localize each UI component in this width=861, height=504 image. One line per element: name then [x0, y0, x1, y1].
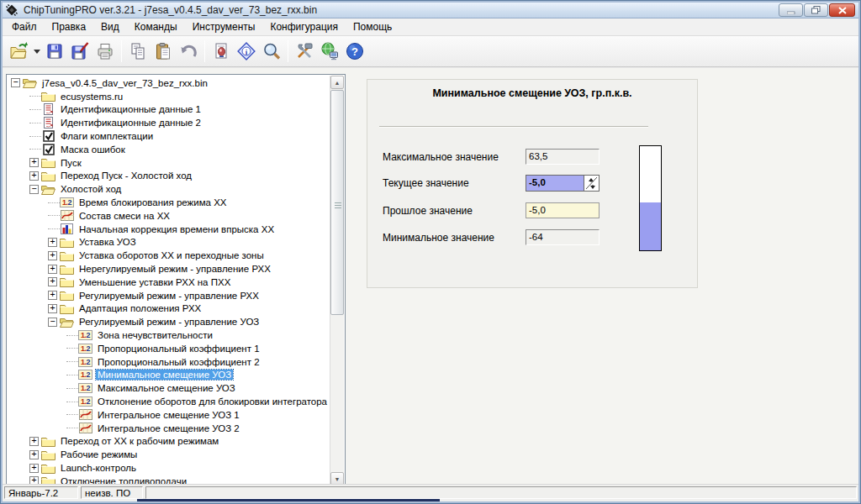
menu-item-5[interactable]: Конфигурация — [262, 19, 346, 34]
menu-item-1[interactable]: Правка — [45, 19, 94, 34]
tree-item-label[interactable]: Идентификационные данные 2 — [59, 118, 203, 128]
tree-item[interactable]: ecusystems.ru — [8, 90, 330, 103]
tree-item[interactable]: −Регулируемый режим - управление УОЗ — [8, 315, 330, 328]
open-dropdown-button[interactable] — [31, 39, 42, 64]
tree-item[interactable]: +Пуск — [8, 156, 330, 170]
expand-icon[interactable]: + — [29, 464, 39, 473]
tree-item[interactable]: 1.2Зона нечувствительности — [8, 328, 330, 342]
current-value-input[interactable]: -5,0 — [526, 176, 584, 191]
collapse-icon[interactable]: − — [48, 318, 57, 327]
tree-item-label[interactable]: Начальная коррекция времени впрыска ХХ — [77, 224, 276, 234]
tree-item-label[interactable]: j7esa_v0.4.5_dav_ver_73_bez_rxx.bin — [40, 78, 209, 88]
copy-button[interactable] — [125, 39, 151, 64]
expand-icon[interactable]: + — [48, 304, 57, 313]
tree-item-label[interactable]: Максимальное смещение УОЗ — [96, 383, 237, 393]
tree-item-label[interactable]: Пуск — [59, 158, 83, 168]
tree-item-label[interactable]: Регулируемый режим - управление РХХ — [77, 291, 261, 301]
tree-item-label[interactable]: Уставка оборотов ХХ и переходные зоны — [77, 250, 266, 260]
menu-item-4[interactable]: Инструменты — [185, 19, 263, 34]
tree-item[interactable]: +Переход от ХХ к рабочим режимам — [8, 435, 330, 449]
close-button[interactable] — [829, 3, 855, 17]
restore-button[interactable] — [804, 3, 828, 17]
menu-item-0[interactable]: Файл — [4, 19, 45, 34]
minimize-button[interactable] — [779, 3, 803, 17]
search-button[interactable] — [259, 39, 284, 64]
expand-icon[interactable]: + — [29, 437, 39, 446]
tree-item[interactable]: +Уставка оборотов ХХ и переходные зоны — [8, 249, 330, 262]
tree-item-label[interactable]: Переход от ХХ к рабочим режимам — [59, 436, 220, 446]
info-button[interactable]: i — [234, 39, 259, 64]
collapse-icon[interactable]: − — [11, 78, 20, 87]
tree-item[interactable]: +Уменьшение уставки РХХ на ПХХ — [8, 276, 330, 289]
tree-item[interactable]: Флаги комплектации — [8, 129, 330, 143]
tree-item[interactable]: +Рабочие режимы — [8, 448, 330, 461]
expand-icon[interactable]: + — [29, 171, 39, 181]
undo-button[interactable] — [176, 39, 201, 64]
tree-item-label[interactable]: Маска ошибок — [59, 144, 127, 155]
tree-item[interactable]: −j7esa_v0.4.5_dav_ver_73_bez_rxx.bin — [8, 76, 330, 90]
scroll-up-icon[interactable]: ▲ — [330, 76, 344, 89]
tree-item[interactable]: +Адаптация положения РХХ — [8, 302, 330, 316]
save-as-button[interactable] — [67, 39, 92, 64]
tree-item-label[interactable]: Уменьшение уставки РХХ на ПХХ — [77, 277, 232, 287]
expand-icon[interactable]: + — [29, 158, 39, 167]
tree-item-label[interactable]: Интегральное смещение УОЗ 2 — [96, 423, 241, 433]
tree-item[interactable]: +Регулируемый режим - управление РХХ — [8, 289, 330, 302]
save-button[interactable] — [42, 39, 67, 64]
tree-item-label[interactable]: Отклонение оборотов для блокировки интег… — [96, 396, 329, 407]
tree-item[interactable]: 1.2Пропорциональный коэффициент 2 — [8, 355, 330, 369]
expand-icon[interactable]: + — [48, 277, 57, 286]
tree-item[interactable]: 1.2Минимальное смещение УОЗ — [8, 369, 330, 382]
tree-item-label[interactable]: Идентификационные данные 1 — [59, 104, 203, 114]
tree-item-label[interactable]: Пропорциональный коэффициент 2 — [96, 357, 261, 367]
report-button[interactable] — [209, 39, 234, 64]
tree-item[interactable]: +Уставка УОЗ — [8, 236, 330, 249]
tree-item[interactable]: 1.2Пропорциональный коэффициент 1 — [8, 342, 330, 355]
tree-item[interactable]: +Нерегулируемый режим - управление РХХ — [8, 262, 330, 276]
tree-item-label[interactable]: Launch-контроль — [59, 463, 138, 473]
tree-item-label[interactable]: Интегральное смещение УОЗ 1 — [96, 410, 241, 420]
tree-item[interactable]: +Переход Пуск - Холостой ход — [8, 170, 330, 183]
tree-item[interactable]: 1.2Максимальное смещение УОЗ — [8, 381, 330, 395]
tree-item-label[interactable]: Регулируемый режим - управление УОЗ — [77, 317, 261, 327]
tree-item[interactable]: −Холостой ход — [8, 182, 330, 196]
scrollbar-thumb[interactable] — [330, 90, 344, 315]
menu-item-6[interactable]: Помощь — [346, 19, 399, 34]
tree-item-label[interactable]: Нерегулируемый режим - управление РХХ — [77, 264, 272, 274]
spinner-updown-icon[interactable] — [584, 176, 599, 191]
tree-item-label[interactable]: Флаги комплектации — [59, 131, 155, 141]
print-button[interactable] — [92, 39, 118, 64]
tree-item-label[interactable]: Зона нечувствительности — [96, 330, 214, 340]
tree-item-label[interactable]: Рабочие режимы — [59, 449, 139, 459]
tree-item[interactable]: Маска ошибок — [8, 143, 330, 156]
tree-item[interactable]: Начальная коррекция времени впрыска ХХ — [8, 223, 330, 236]
tree-item[interactable]: Состав смеси на ХХ — [8, 209, 330, 223]
tree-item-label[interactable]: Время блокирования режима ХХ — [77, 197, 229, 207]
tree-item[interactable]: Идентификационные данные 1 — [8, 103, 330, 117]
expand-icon[interactable]: + — [48, 251, 57, 260]
tree-item[interactable]: +Launch-контроль — [8, 461, 330, 475]
menu-item-3[interactable]: Команды — [127, 19, 185, 34]
current-value-spinner[interactable]: -5,0 — [526, 175, 600, 192]
expand-icon[interactable]: + — [48, 265, 57, 274]
menu-item-2[interactable]: Вид — [93, 19, 127, 34]
help-button[interactable]: ? — [342, 39, 367, 64]
tree-scrollbar[interactable]: ▲ ▼ — [330, 76, 344, 486]
expand-icon[interactable]: + — [48, 238, 57, 247]
network-button[interactable] — [317, 39, 342, 64]
tree-item-label[interactable]: Уставка УОЗ — [77, 237, 138, 247]
tree-item-label[interactable]: ecusystems.ru — [59, 92, 124, 102]
tools-button[interactable] — [292, 39, 317, 64]
tree-item-label[interactable]: Состав смеси на ХХ — [77, 211, 172, 221]
expand-icon[interactable]: + — [48, 291, 57, 300]
tree-item[interactable]: Интегральное смещение УОЗ 1 — [8, 408, 330, 422]
tree-item-label[interactable]: Адаптация положения РХХ — [77, 303, 203, 313]
tree-item[interactable]: Идентификационные данные 2 — [8, 116, 330, 129]
collapse-icon[interactable]: − — [29, 185, 39, 194]
paste-button[interactable] — [151, 39, 176, 64]
expand-icon[interactable]: + — [29, 450, 39, 459]
tree-item-label[interactable]: Пропорциональный коэффициент 1 — [96, 344, 261, 354]
open-file-button[interactable] — [6, 39, 31, 64]
tree-item[interactable]: Интегральное смещение УОЗ 2 — [8, 422, 330, 435]
tree-item[interactable]: 1.2Время блокирования режима ХХ — [8, 196, 330, 209]
